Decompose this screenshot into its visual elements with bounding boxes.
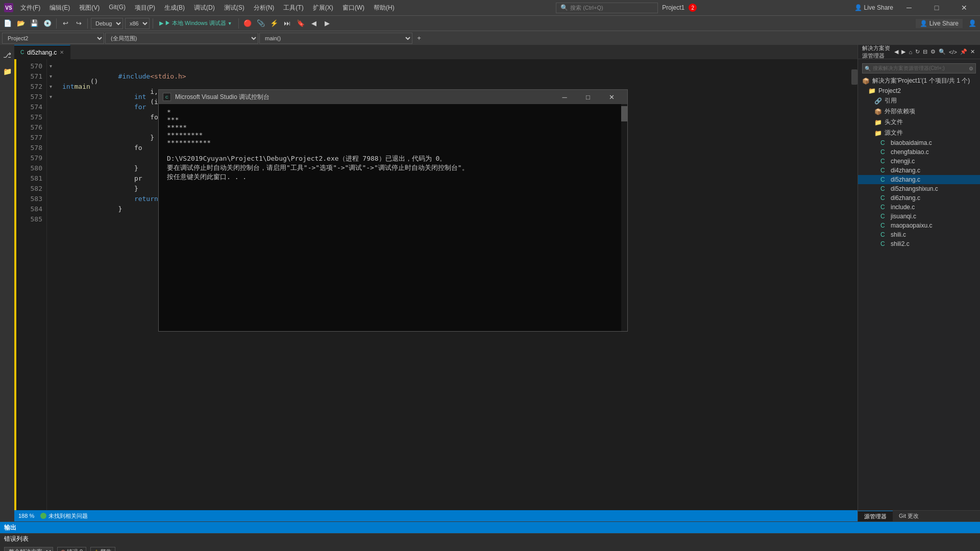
se-file-di5zhang[interactable]: C di5zhang.c [858, 175, 980, 184]
se-file-chengji[interactable]: C chengji.c [858, 157, 980, 166]
bookmark-icon[interactable]: 🔖 [295, 18, 306, 29]
se-file-di6zhang[interactable]: C di6zhang.c [858, 193, 980, 203]
menu-extensions[interactable]: 扩展(X) [309, 3, 337, 13]
title-bar: VS 文件(F) 编辑(E) 视图(V) Git(G) 项目(P) 生成(B) … [0, 0, 980, 15]
search-bar[interactable]: 🔍 搜索 (Ctrl+Q) [556, 3, 658, 13]
debug-close-btn[interactable]: ✕ [600, 90, 623, 104]
se-home-icon[interactable]: ⌂ [908, 48, 913, 56]
tab-di5zhang[interactable]: C di5zhang.c ✕ [14, 45, 70, 59]
se-external-deps-item[interactable]: 📦 外部依赖项 [858, 106, 980, 117]
add-file-icon[interactable]: + [413, 33, 425, 44]
live-share-toolbar-button[interactable]: 👤 Live Share [916, 19, 963, 28]
se-file-di5zhangshixun[interactable]: C di5zhangshixun.c [858, 184, 980, 193]
se-file-maopaopaixu[interactable]: C maopaopaixu.c [858, 221, 980, 230]
se-file-include[interactable]: C include.c [858, 203, 980, 212]
filter-dropdown[interactable]: 整个解决方案 [4, 547, 53, 551]
se-source-item[interactable]: 📁 源文件 [858, 128, 980, 138]
se-forward-icon[interactable]: ▶ [900, 47, 906, 56]
se-pin-icon[interactable]: 📌 [959, 47, 968, 56]
breakpoint-icon[interactable]: 🔴 [242, 18, 253, 29]
se-solution-item[interactable]: 📦 解决方案'Project1'(1 个项目/共 1 个) [858, 76, 980, 86]
nav-next-icon[interactable]: ▶ [322, 18, 333, 29]
save-all-icon[interactable]: 💿 [42, 18, 53, 29]
se-file-shili[interactable]: C shili.c [858, 230, 980, 239]
se-file-biaobaidaima[interactable]: C biaobaidaima.c [858, 138, 980, 147]
references-label: 引用 [885, 96, 897, 105]
se-headers-item[interactable]: 📁 头文件 [858, 117, 980, 128]
explorer-icon[interactable]: 📁 [1, 65, 13, 78]
menu-view[interactable]: 视图(V) [75, 3, 104, 13]
build-mode-dropdown[interactable]: Debug [91, 18, 123, 29]
menu-help[interactable]: 帮助(H) [370, 3, 399, 13]
fold-575[interactable]: ▾ [47, 82, 54, 92]
fold-indicators: ▾ ▾ ▾ ▾ [47, 59, 54, 510]
menu-build[interactable]: 生成(B) [160, 3, 189, 13]
project-label: Project2 [878, 87, 901, 94]
project-dropdown[interactable]: Project2 [2, 33, 104, 44]
account-icon[interactable]: 👤 [967, 18, 978, 29]
fold-574[interactable]: ▾ [47, 71, 54, 82]
se-file-jisuanqi[interactable]: C jisuanqi.c [858, 212, 980, 221]
scope-dropdown[interactable]: (全局范围) [105, 33, 258, 44]
fold-578[interactable]: ▾ [47, 92, 54, 102]
se-filter-icon[interactable]: 🔍 [938, 47, 947, 56]
search-icon: 🔍 [560, 4, 568, 11]
debug-minimize-btn[interactable]: ─ [553, 90, 576, 104]
scrollbar-thumb[interactable] [851, 69, 857, 85]
notification-badge[interactable]: 2 [689, 4, 697, 12]
se-collapse-icon[interactable]: ⊟ [922, 47, 928, 56]
menu-project[interactable]: 项目(P) [131, 3, 159, 13]
debug-restore-btn[interactable]: □ [576, 90, 600, 104]
function-dropdown[interactable]: main() [259, 33, 412, 44]
warning-count-badge[interactable]: ⚠ 警告 [90, 547, 115, 552]
run-button[interactable]: ▶ ▶ 本地 Windows 调试器 ▼ [156, 19, 235, 27]
platform-dropdown[interactable]: x86 [125, 18, 150, 29]
se-search-settings[interactable]: ⚙ [969, 66, 973, 71]
se-project-item[interactable]: 📁 Project2 [858, 86, 980, 95]
se-settings-icon[interactable]: ⚙ [929, 47, 937, 56]
tab-filename: di5zhang.c [27, 49, 57, 56]
debug-scroll-thumb[interactable] [621, 106, 627, 121]
output-tab[interactable]: 输出 [4, 523, 16, 532]
live-share-button[interactable]: 👤 Live Share [854, 4, 893, 11]
error-count-badge[interactable]: ⊗ 错误 0 [57, 547, 86, 552]
save-icon[interactable]: 💾 [29, 18, 40, 29]
nav-prev-icon[interactable]: ◀ [308, 18, 320, 29]
menu-analyze[interactable]: 分析(N) [250, 3, 279, 13]
menu-edit[interactable]: 编辑(E) [45, 3, 74, 13]
step-icon[interactable]: ⏭ [282, 18, 293, 29]
se-file-di4zhang[interactable]: C di4zhang.c [858, 166, 980, 175]
se-references-item[interactable]: 🔗 引用 [858, 95, 980, 106]
menu-tools[interactable]: 工具(T) [279, 3, 307, 13]
git-changes-icon[interactable]: ⎇ [1, 49, 13, 61]
git-changes-tab[interactable]: Git 更改 [893, 511, 925, 521]
title-bar-right: 👤 Live Share ─ □ ✕ [854, 0, 976, 15]
se-file-chengfabiao[interactable]: C chengfabiao.c [858, 147, 980, 157]
close-button[interactable]: ✕ [952, 0, 976, 15]
open-icon[interactable]: 📂 [15, 18, 27, 29]
menu-debug[interactable]: 调试(D) [190, 3, 219, 13]
se-sync-icon[interactable]: ↻ [914, 47, 921, 56]
new-project-icon[interactable]: 📄 [2, 18, 13, 29]
se-code-icon[interactable]: </> [948, 48, 958, 56]
redo-icon[interactable]: ↪ [73, 18, 84, 29]
tab-close-icon[interactable]: ✕ [60, 49, 64, 55]
menu-file[interactable]: 文件(F) [16, 3, 44, 13]
menu-git[interactable]: Git(G) [105, 3, 130, 13]
menu-test[interactable]: 测试(S) [220, 3, 249, 13]
debug-scrollbar[interactable] [621, 104, 627, 331]
editor-scrollbar[interactable] [851, 59, 857, 510]
se-file-shili2[interactable]: C shili2.c [858, 239, 980, 248]
se-back-icon[interactable]: ◀ [893, 47, 899, 56]
fold-572[interactable]: ▾ [47, 61, 54, 71]
attach-icon[interactable]: 📎 [255, 18, 266, 29]
minimize-button[interactable]: ─ [897, 0, 921, 15]
perf-icon[interactable]: ⚡ [268, 18, 280, 29]
restore-button[interactable]: □ [925, 0, 948, 15]
menu-window[interactable]: 窗口(W) [338, 3, 369, 13]
source-manager-tab[interactable]: 源管理器 [858, 511, 893, 521]
undo-icon[interactable]: ↩ [60, 18, 71, 29]
se-search-box[interactable]: 🔍 搜索解决方案资源管理器(Ctrl+;) ⚙ [862, 63, 976, 73]
se-close-icon[interactable]: ✕ [969, 47, 976, 56]
issues-icon [40, 513, 46, 519]
